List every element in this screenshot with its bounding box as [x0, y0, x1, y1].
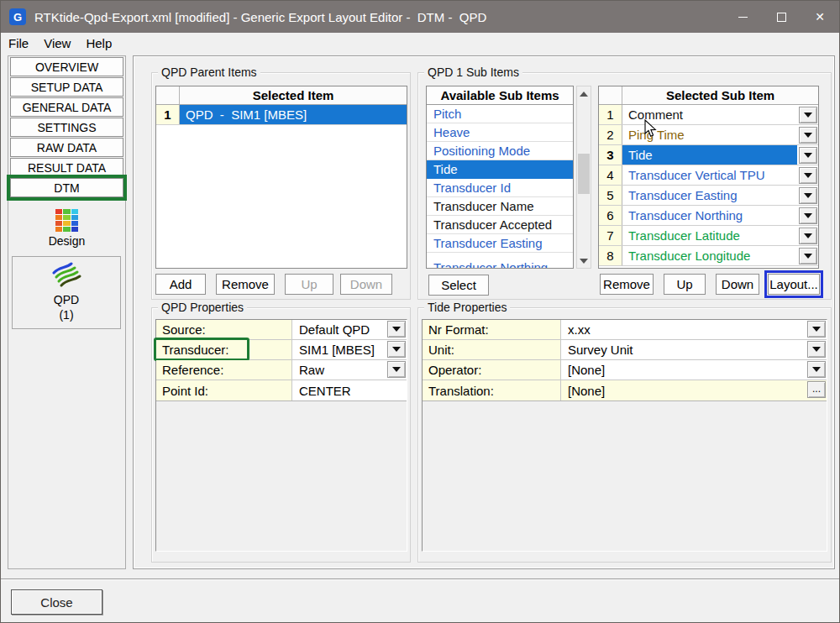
- qpd-properties-panel: Source:Default QPDTransducer:SIM1 [MBES]…: [155, 319, 407, 552]
- dropdown-button[interactable]: [799, 107, 817, 123]
- table-row[interactable]: 4Transducer Vertical TPU: [599, 165, 818, 186]
- sub-item-cell[interactable]: Tide: [622, 145, 797, 165]
- dropdown-button[interactable]: [799, 187, 817, 204]
- close-window-button[interactable]: ✕: [801, 1, 839, 33]
- sub-item-cell[interactable]: Transducer Vertical TPU: [622, 165, 797, 185]
- property-label: Translation:: [423, 380, 561, 400]
- property-value[interactable]: SIM1 [MBES]: [292, 340, 407, 359]
- menu-item-view[interactable]: View: [36, 34, 78, 52]
- dropdown-button[interactable]: [387, 341, 406, 358]
- dropdown-cell: [797, 186, 818, 205]
- property-value[interactable]: [None]...: [561, 380, 827, 400]
- design-label: Design: [8, 234, 125, 248]
- property-value[interactable]: [None]: [561, 360, 827, 380]
- table-row[interactable]: 7Transducer Latitude: [599, 226, 818, 246]
- dropdown-button[interactable]: [799, 228, 817, 244]
- sub-item-cell[interactable]: Transducer Longitude: [622, 246, 797, 265]
- scrollbar-down-arrow[interactable]: [577, 254, 591, 268]
- generic-export-layout-editor-window: G RTKtide-Qpd-Export.xml [modified] - Ge…: [0, 0, 840, 623]
- remove-sub-button[interactable]: Remove: [600, 274, 654, 295]
- parent-item-cell[interactable]: QPD - SIM1 [MBES]: [180, 105, 407, 124]
- available-item[interactable]: Pitch: [427, 105, 573, 123]
- down-sub-button[interactable]: Down: [716, 274, 759, 295]
- minimize-button[interactable]: [723, 1, 762, 33]
- table-row[interactable]: 3Tide: [599, 145, 818, 165]
- select-button[interactable]: Select: [428, 275, 489, 296]
- layout-sub-button[interactable]: Layout...: [768, 274, 820, 295]
- property-label: Source:: [156, 320, 292, 339]
- selected-sub-items-table: Selected Sub Item1Comment2Ping Time3Tide…: [598, 86, 819, 269]
- dropdown-button[interactable]: [807, 361, 826, 378]
- dropdown-button[interactable]: [387, 361, 406, 378]
- sidebar-item-result-data[interactable]: RESULT DATA: [10, 158, 123, 177]
- property-value[interactable]: x.xx: [561, 320, 827, 339]
- maximize-button[interactable]: [762, 1, 801, 33]
- row-number-header: [156, 86, 180, 104]
- dropdown-button[interactable]: [799, 207, 817, 224]
- available-item[interactable]: Tide: [427, 160, 573, 179]
- table-row[interactable]: 8Transducer Longitude: [599, 246, 818, 266]
- available-item[interactable]: Transducer Name: [427, 197, 573, 216]
- available-item[interactable]: Positioning Mode: [427, 142, 573, 160]
- sidebar-item-dtm[interactable]: DTM: [10, 178, 123, 197]
- sub-item-cell[interactable]: Transducer Easting: [622, 186, 797, 205]
- property-row: Nr Format:x.xx: [423, 320, 827, 340]
- close-button[interactable]: Close: [11, 589, 102, 615]
- chevron-down-icon: [804, 133, 812, 138]
- chevron-down-icon: [812, 367, 821, 372]
- property-value[interactable]: Survey Unit: [561, 340, 827, 359]
- sub-item-cell[interactable]: Transducer Latitude: [622, 226, 797, 245]
- sub-item-cell[interactable]: Transducer Northing: [622, 206, 797, 225]
- row-number: 3: [599, 145, 622, 165]
- sidebar-item-raw-data[interactable]: RAW DATA: [10, 138, 123, 157]
- available-item[interactable]: Transducer Accepted: [427, 216, 573, 234]
- property-row: Translation:[None]...: [423, 380, 827, 400]
- row-number: 8: [599, 246, 622, 265]
- sidebar-item-design[interactable]: Design: [8, 209, 125, 248]
- chevron-down-icon: [804, 193, 812, 198]
- dropdown-button[interactable]: [799, 127, 817, 144]
- up-sub-button[interactable]: Up: [664, 274, 706, 295]
- property-value[interactable]: CENTER: [292, 380, 407, 400]
- scrollbar-thumb[interactable]: [578, 154, 590, 194]
- sidebar: OVERVIEWSETUP DATAGENERAL DATASETTINGSRA…: [8, 55, 126, 569]
- available-item[interactable]: Transducer Northing: [427, 253, 573, 269]
- available-item[interactable]: Heave: [427, 123, 573, 142]
- property-label: Reference:: [156, 360, 292, 380]
- scrollbar-up-arrow[interactable]: [577, 86, 591, 101]
- sidebar-item-setup-data[interactable]: SETUP DATA: [10, 77, 123, 97]
- chevron-down-icon: [804, 233, 812, 238]
- sidebar-item-qpd[interactable]: QPD (1): [12, 256, 121, 329]
- menu-item-help[interactable]: Help: [78, 34, 119, 52]
- dropdown-button[interactable]: [807, 321, 826, 338]
- remove-parent-button[interactable]: Remove: [216, 274, 275, 295]
- property-value[interactable]: Raw: [292, 360, 407, 380]
- add-parent-button[interactable]: Add: [155, 274, 206, 295]
- table-row[interactable]: 1QPD - SIM1 [MBES]: [156, 105, 407, 125]
- row-number: 1: [599, 105, 622, 124]
- dropdown-button[interactable]: [387, 321, 406, 338]
- available-list-scrollbar[interactable]: [576, 86, 591, 269]
- sidebar-item-general-data[interactable]: GENERAL DATA: [10, 97, 123, 117]
- selected-table-header-label: Selected Sub Item: [622, 86, 818, 104]
- dropdown-button[interactable]: [807, 341, 826, 358]
- tide-properties-panel: Nr Format:x.xxUnit:Survey UnitOperator:[…: [422, 319, 827, 552]
- chevron-down-icon: [392, 367, 401, 372]
- available-item[interactable]: Transducer Id: [427, 179, 573, 197]
- table-row[interactable]: 5Transducer Easting: [599, 186, 818, 206]
- available-item[interactable]: Transducer Easting: [427, 234, 573, 253]
- property-value[interactable]: Default QPD: [292, 320, 407, 339]
- table-row[interactable]: 6Transducer Northing: [599, 206, 818, 226]
- ellipsis-button[interactable]: ...: [807, 381, 826, 398]
- dropdown-button[interactable]: [799, 248, 817, 264]
- table-row[interactable]: 2Ping Time: [599, 125, 818, 145]
- sidebar-item-overview[interactable]: OVERVIEW: [10, 57, 123, 76]
- dropdown-button[interactable]: [799, 147, 817, 164]
- table-row[interactable]: 1Comment: [599, 105, 818, 125]
- sidebar-item-settings[interactable]: SETTINGS: [10, 118, 123, 137]
- menu-item-file[interactable]: File: [1, 34, 36, 52]
- dropdown-cell: [797, 125, 818, 144]
- dropdown-button[interactable]: [799, 167, 817, 184]
- window-title: RTKtide-Qpd-Export.xml [modified] - Gene…: [34, 10, 486, 24]
- property-row: Unit:Survey Unit: [423, 340, 827, 360]
